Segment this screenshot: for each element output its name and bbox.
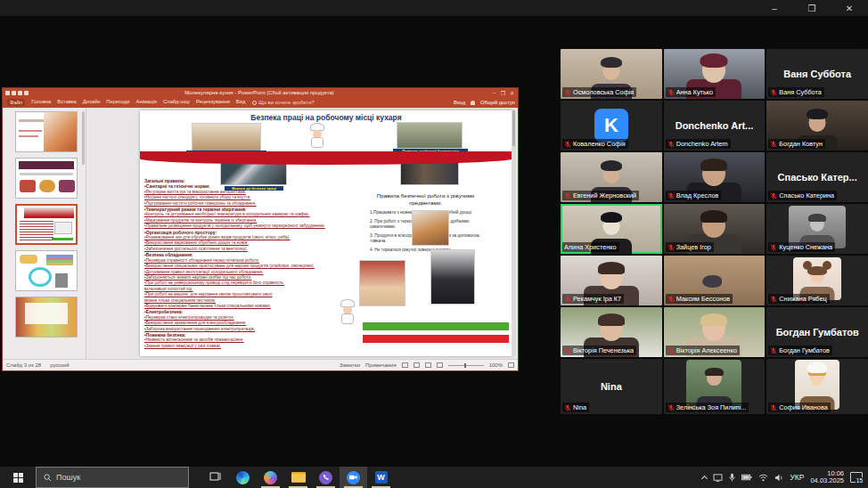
microphone-icon[interactable]: [729, 473, 735, 482]
slide-thumbnail-1[interactable]: 1: [15, 111, 78, 152]
participant-tile-9[interactable]: Спасько Катер...Спасько Катерина: [766, 152, 868, 202]
volume-icon[interactable]: [774, 474, 783, 482]
redo-icon[interactable]: [18, 91, 22, 95]
slideshow-view-icon[interactable]: [437, 362, 443, 368]
participant-name-label: Анна Кутько: [666, 87, 716, 97]
participant-tile-7[interactable]: Евгений Жерновский: [561, 152, 662, 202]
participant-tile-8[interactable]: Влад Креслов: [664, 152, 766, 202]
taskbar-search[interactable]: Пошук: [36, 467, 189, 488]
start-button[interactable]: [0, 467, 36, 488]
participant-tile-6[interactable]: Богдан Ковтун: [766, 101, 868, 150]
task-view-icon: [209, 469, 222, 485]
participant-tile-17[interactable]: Вікторія Алексеенко: [664, 307, 766, 357]
ribbon-tab-6[interactable]: Анімація: [136, 99, 157, 106]
participant-tile-21[interactable]: София Иванова: [766, 359, 868, 414]
cast-display-icon[interactable]: [713, 474, 723, 482]
ppt-status-bar: Слайд 3 из 28 русский Заметки Примечания…: [3, 359, 518, 370]
slide-rules-text: Загальні правила:•Санітарні та гігієнічн…: [144, 178, 369, 349]
copilot-taskbar-button[interactable]: [257, 467, 284, 488]
minimize-button[interactable]: –: [756, 0, 793, 16]
participant-name-label: Богдан Гумбатов: [768, 346, 832, 355]
participant-tile-15[interactable]: Снижана Рябец: [766, 256, 868, 305]
fit-to-window-icon[interactable]: [508, 362, 514, 368]
ribbon-tab-8[interactable]: Рецензування: [196, 99, 230, 106]
participant-tile-13[interactable]: Рекамчук Іра К7: [561, 256, 662, 305]
ribbon-tab-2[interactable]: Головна: [31, 99, 51, 106]
mic-off-icon: [770, 192, 777, 199]
language-indicator[interactable]: русский: [50, 362, 70, 368]
slide-thumbnail-5[interactable]: 5: [15, 297, 78, 338]
comments-button[interactable]: Примечания: [365, 362, 397, 368]
language-indicator-tray[interactable]: УКР: [790, 473, 804, 482]
participant-hair-shape: [700, 210, 727, 223]
mic-off-icon: [667, 141, 675, 148]
ribbon-tab-5[interactable]: Переходи: [106, 99, 129, 106]
explorer-taskbar-button[interactable]: [284, 467, 312, 488]
mic-off-icon: [564, 89, 571, 96]
notification-center-icon[interactable]: 15: [850, 472, 863, 483]
participant-tile-14[interactable]: Максим Бессонов: [664, 256, 766, 305]
tellme-box[interactable]: Що ви хочете зробити?: [252, 100, 314, 105]
maximize-button[interactable]: ❐: [793, 0, 831, 16]
mic-off-icon: [667, 347, 675, 354]
participant-hair-shape: [598, 313, 625, 326]
zoom-slider[interactable]: [448, 365, 484, 366]
normal-view-icon[interactable]: [402, 362, 408, 368]
save-icon[interactable]: [5, 91, 10, 95]
wifi-icon[interactable]: [758, 474, 768, 482]
zoom-taskbar-button[interactable]: [340, 467, 367, 488]
participant-tile-19[interactable]: NinaNina: [561, 359, 662, 414]
dog-shape: [702, 275, 722, 288]
participant-tile-20[interactable]: Зелінська Зоя Пилипі...: [664, 359, 766, 414]
slide-counter: Слайд 3 из 28: [6, 362, 41, 368]
notes-button[interactable]: Заметки: [340, 362, 360, 368]
hidden-icons-chevron[interactable]: [701, 475, 708, 481]
slide-thumbnail-3[interactable]: 3: [15, 204, 78, 245]
participant-tile-10[interactable]: Алина Христенко: [561, 204, 662, 254]
slide-sorter-icon[interactable]: [414, 362, 420, 368]
share-button[interactable]: Общий доступ: [480, 100, 515, 105]
participant-hair-shape: [807, 266, 827, 275]
participant-tile-2[interactable]: Анна Кутько: [664, 49, 766, 99]
task-view-taskbar-button[interactable]: [201, 467, 229, 488]
viber-taskbar-button[interactable]: [312, 467, 340, 488]
participant-tile-1[interactable]: Осмоловська Софія: [561, 49, 662, 99]
meat-grinder-photo: [430, 249, 475, 305]
participant-name-label: Евгений Жерновский: [562, 191, 639, 200]
slide-thumbnail-2[interactable]: 2: [15, 158, 78, 199]
ribbon-tab-4[interactable]: Дизайн: [83, 99, 101, 106]
participant-tile-18[interactable]: Богдан ГумбатовБогдан Гумбатов: [766, 307, 868, 357]
ribbon-tab-9[interactable]: Вид: [236, 99, 246, 106]
participant-name-label: Снижана Рябец: [768, 294, 829, 304]
ribbon-tab-7[interactable]: Слайд-шоу: [163, 99, 190, 106]
participant-tile-16[interactable]: Вікторія Печенезька: [561, 307, 662, 357]
slide-thumbnail-4[interactable]: 4: [15, 250, 78, 291]
participant-tile-5[interactable]: Donchenko Art...Donchenko Artem: [664, 101, 766, 150]
windows-logo-icon: [13, 473, 23, 483]
mic-off-icon: [667, 89, 675, 96]
ribbon-tab-3[interactable]: Вставка: [57, 99, 77, 106]
edge-taskbar-button[interactable]: [229, 467, 257, 488]
thumbnail-scrollbar[interactable]: [82, 111, 85, 165]
participant-hat-shape: [807, 109, 828, 119]
close-button[interactable]: ✕: [831, 0, 868, 16]
reading-view-icon[interactable]: [425, 362, 431, 368]
participant-tile-3[interactable]: Ваня СубботаВаня Суббота: [766, 49, 868, 99]
participant-tile-4[interactable]: KКоваленко Софія: [561, 101, 662, 150]
quick-access-toolbar[interactable]: [5, 91, 29, 95]
word-taskbar-button[interactable]: W: [367, 467, 395, 488]
signin-button[interactable]: Вход: [454, 100, 465, 105]
ribbon-tab-1[interactable]: Файл: [7, 99, 25, 106]
letter-avatar: K: [594, 109, 628, 142]
participant-tile-11[interactable]: Зайцев Ігор: [664, 204, 766, 254]
participant-tile-12[interactable]: Куценко Снежана: [766, 204, 868, 254]
zoom-level[interactable]: 100%: [489, 362, 503, 368]
ppt-minimize-button[interactable]: –: [490, 90, 498, 96]
clock[interactable]: 10:06 04.03.2025: [810, 470, 844, 485]
copilot-icon: [264, 471, 277, 484]
slide-scrollbar[interactable]: [512, 110, 516, 356]
battery-icon[interactable]: [741, 474, 752, 481]
undo-icon[interactable]: [12, 91, 16, 95]
ppt-maximize-button[interactable]: ❐: [499, 90, 507, 96]
ppt-close-button[interactable]: ✕: [508, 90, 516, 96]
